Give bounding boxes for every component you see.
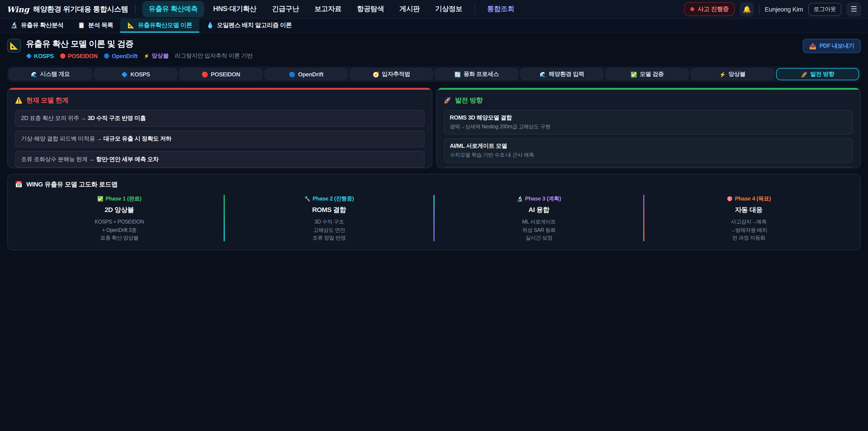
logout-button[interactable]: 로그아웃 [808, 2, 842, 16]
badge-label: OpenDrift [112, 53, 137, 59]
subtab-spill-analysis[interactable]: 🔬 유출유 확산분석 [3, 19, 71, 33]
direction-item-title: ROMS 3D 해양모델 결합 [450, 114, 847, 122]
page-title: 유출유 확산 모델 이론 및 검증 [26, 39, 252, 49]
tab-particle-tracking[interactable]: 🧭 입자추적법 [350, 68, 433, 80]
pdf-export-label: PDF 내보내기 [819, 42, 854, 50]
app-logo: Wing 해양환경 위기대응 통합시스템 [6, 4, 128, 14]
phase-line: 고해상도 연안 [225, 226, 433, 235]
hamburger-menu-button[interactable]: ☰ [846, 2, 861, 17]
nav-integrated-search[interactable]: 통합조회 [480, 1, 521, 17]
phase-line: 표층 확산 앙상블 [15, 235, 223, 243]
microscope-icon: 🔬 [517, 196, 523, 202]
direction-item: AI/ML 서로게이트 모델 수치모델 학습 기반 수초 내 근사 예측 [444, 138, 853, 163]
blue-circle-icon: 🔵 [104, 53, 110, 59]
tab-opendrift[interactable]: 🔵 OpenDrift [265, 68, 348, 80]
nav-emergency-rescue[interactable]: 긴급구난 [266, 1, 306, 17]
wave-icon: 🌊 [31, 71, 37, 77]
phase-label-text: Phase 4 (목표) [735, 195, 771, 202]
subtab-oil-fence-theory[interactable]: 💧 오일펜스 배치 알고리즘 이론 [199, 19, 299, 33]
tab-ocean-env-input[interactable]: 🌊 해양환경 입력 [520, 68, 603, 80]
roadmap-card: 📅 WING 유출유 모델 고도화 로드맵 ✅Phase 1 (완료) 2D 앙… [7, 174, 861, 250]
lightning-icon: ⚡ [144, 53, 149, 59]
direction-item-desc: 광역→상세역 Nesting 200m급 고해상도 구현 [450, 123, 847, 131]
phase-4-title: 자동 대응 [645, 206, 853, 215]
tab-kosps[interactable]: 🔷 KOSPS [94, 68, 177, 80]
phase-line: →방제자원 배치 [645, 226, 853, 235]
subtab-model-theory[interactable]: 📐 유출유확산모델 이론 [120, 19, 199, 33]
badge-label: 앙상블 [152, 52, 169, 60]
limitation-item: 기상·해양 결합 피드백 미적용 → 대규모 유출 시 정확도 저하 [15, 131, 424, 147]
tab-ensemble[interactable]: ⚡ 앙상블 [691, 68, 774, 80]
phase-line: 조류 정밀 반영 [225, 235, 433, 243]
tab-poseidon[interactable]: 🔴 POSEIDON [179, 68, 262, 80]
check-icon: ✅ [97, 196, 103, 202]
tab-label: 시스템 개요 [40, 70, 70, 78]
tab-weathering-process[interactable]: 🔄 풍화 프로세스 [435, 68, 518, 80]
droplet-icon: 💧 [207, 22, 214, 29]
direction-item-desc: 수치모델 학습 기반 수초 내 근사 예측 [450, 152, 847, 159]
direction-item-title: AI/ML 서로게이트 모델 [450, 142, 847, 150]
tab-label: 발전 방향 [810, 70, 834, 78]
header-right: 사고 진행중 🔔 Eunjeong Kim 로그아웃 ☰ [684, 2, 861, 17]
phase-2-title: ROMS 결합 [225, 206, 433, 215]
app-viewport: Wing 해양환경 위기대응 통합시스템 유출유 확산예측 HNS·대기확산 긴… [0, 0, 868, 431]
tab-label: OpenDrift [298, 71, 323, 77]
nav-hns-atmos[interactable]: HNS·대기확산 [207, 1, 263, 17]
tab-future-direction[interactable]: 🚀 발전 방향 [776, 68, 859, 80]
tab-label: 입자추적법 [382, 70, 410, 78]
nav-separator [474, 4, 475, 14]
phase-3-title: AI 융합 [434, 206, 643, 215]
header-right-divider [759, 5, 760, 13]
phase-line: 사고감지→예측 [645, 218, 853, 226]
limitation-text: 조류 조화상수 분해능 한계 → [21, 155, 96, 162]
logo-wing-icon: Wing [6, 5, 29, 13]
nav-board[interactable]: 게시판 [393, 1, 426, 17]
incident-badge-label: 사고 진행중 [698, 5, 729, 13]
limitation-text: 기상·해양 결합 피드백 미적용 → [21, 135, 103, 142]
phase-line: 위성 SAR 동화 [434, 226, 643, 235]
phase-line: 3D 수직 구조 [225, 218, 433, 226]
clipboard-icon: 📋 [78, 22, 85, 29]
page-header: 📐 유출유 확산 모델 이론 및 검증 🔷 KOSPS 🔴 POSEIDON 🔵… [0, 33, 868, 64]
future-directions-card: 🚀 발전 방향 ROMS 3D 해양모델 결합 광역→상세역 Nesting 2… [436, 88, 861, 168]
phase-3: 🔬Phase 3 (계획) AI 융합 ML 서로게이트 위성 SAR 동화 실… [434, 194, 643, 243]
phase-1-lines: KOSPS + POSEIDON + OpenDrift 3종 표층 확산 앙상… [15, 218, 223, 243]
tab-model-validation[interactable]: ✅ 모델 검증 [606, 68, 688, 80]
user-name: Eunjeong Kim [765, 6, 803, 12]
subtab-label: 유출유 확산분석 [21, 21, 63, 29]
subtab-label: 분석 목록 [88, 21, 113, 29]
phase-label-text: Phase 2 (진행중) [313, 195, 354, 202]
phase-line: + OpenDrift 3종 [15, 226, 223, 235]
page-subtitle: 라그랑지안 입자추적 이론 기반 [175, 52, 252, 60]
header-divider [135, 5, 135, 13]
notification-button[interactable]: 🔔 [740, 2, 754, 17]
blue-diamond-icon: 🔷 [26, 53, 32, 59]
warning-icon: ⚠️ [15, 97, 22, 104]
tab-label: 해양환경 입력 [549, 70, 584, 78]
calendar-icon: 📅 [15, 181, 22, 188]
subtab-bar: 🔬 유출유 확산분석 📋 분석 목록 📐 유출유확산모델 이론 💧 오일펜스 배… [0, 19, 868, 33]
tab-label: 풍화 프로세스 [464, 70, 499, 78]
nav-oil-spill-forecast[interactable]: 유출유 확산예측 [142, 1, 204, 17]
roadmap-title: 📅 WING 유출유 모델 고도화 로드맵 [15, 180, 853, 189]
subtab-label: 오일펜스 배치 알고리즘 이론 [217, 21, 292, 29]
tab-label: 앙상블 [728, 70, 745, 78]
nav-aerial-search[interactable]: 항공탐색 [350, 1, 391, 17]
incident-dot-icon [690, 7, 694, 11]
subtab-analysis-list[interactable]: 📋 분석 목록 [70, 19, 120, 33]
wave-icon: 🌊 [539, 71, 546, 77]
target-icon: 🎯 [726, 196, 733, 202]
tab-system-overview[interactable]: 🌊 시스템 개요 [9, 68, 92, 80]
red-circle-icon: 🔴 [202, 71, 208, 77]
badge-label: KOSPS [34, 53, 54, 59]
limitation-text: 2D 표층 확산 모의 위주 → [21, 115, 88, 121]
limitations-title-label: 현재 모델 한계 [26, 96, 68, 105]
phase-label-text: Phase 1 (완료) [105, 195, 142, 202]
incident-status-badge[interactable]: 사고 진행중 [684, 2, 735, 16]
pdf-export-button[interactable]: 📤 PDF 내보내기 [802, 39, 861, 53]
subtab-label: 유출유확산모델 이론 [138, 21, 192, 29]
nav-reports[interactable]: 보고자료 [308, 1, 348, 17]
directions-title-label: 발전 방향 [455, 96, 483, 105]
phase-line: KOSPS + POSEIDON [15, 218, 223, 226]
nav-weather-info[interactable]: 기상정보 [429, 1, 469, 17]
